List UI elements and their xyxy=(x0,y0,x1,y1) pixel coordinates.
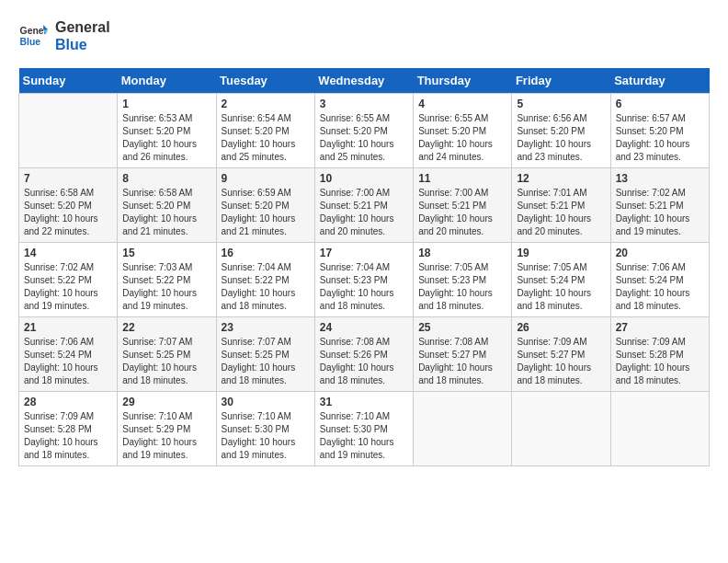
day-info: Sunrise: 7:07 AMSunset: 5:25 PMDaylight:… xyxy=(122,336,210,387)
calendar-week-row: 28Sunrise: 7:09 AMSunset: 5:28 PMDayligh… xyxy=(19,392,710,466)
calendar-cell: 2Sunrise: 6:54 AMSunset: 5:20 PMDaylight… xyxy=(216,94,314,168)
calendar-cell: 15Sunrise: 7:03 AMSunset: 5:22 PMDayligh… xyxy=(118,243,216,317)
day-number: 16 xyxy=(222,247,310,259)
day-number: 4 xyxy=(418,98,506,110)
calendar-cell: 11Sunrise: 7:00 AMSunset: 5:21 PMDayligh… xyxy=(414,168,512,243)
calendar-cell: 6Sunrise: 6:57 AMSunset: 5:20 PMDaylight… xyxy=(610,94,709,168)
calendar-cell: 28Sunrise: 7:09 AMSunset: 5:28 PMDayligh… xyxy=(19,392,118,466)
day-number: 23 xyxy=(222,321,310,334)
calendar-table: SundayMondayTuesdayWednesdayThursdayFrid… xyxy=(18,68,710,466)
day-info: Sunrise: 6:58 AMSunset: 5:20 PMDaylight:… xyxy=(24,187,112,238)
day-info: Sunrise: 7:10 AMSunset: 5:29 PMDaylight:… xyxy=(122,410,210,462)
day-info: Sunrise: 7:04 AMSunset: 5:22 PMDaylight:… xyxy=(222,261,310,313)
day-header-saturday: Saturday xyxy=(610,68,709,94)
day-number: 26 xyxy=(517,321,605,334)
day-number: 22 xyxy=(122,321,210,334)
day-number: 13 xyxy=(616,172,704,185)
day-info: Sunrise: 6:55 AMSunset: 5:20 PMDaylight:… xyxy=(320,112,408,164)
day-info: Sunrise: 6:58 AMSunset: 5:20 PMDaylight:… xyxy=(122,187,210,238)
day-header-tuesday: Tuesday xyxy=(216,68,314,94)
day-info: Sunrise: 7:07 AMSunset: 5:25 PMDaylight:… xyxy=(222,336,310,387)
day-number: 24 xyxy=(320,321,408,334)
day-number: 14 xyxy=(24,247,112,259)
calendar-cell: 26Sunrise: 7:09 AMSunset: 5:27 PMDayligh… xyxy=(512,317,610,392)
calendar-cell: 24Sunrise: 7:08 AMSunset: 5:26 PMDayligh… xyxy=(314,317,413,392)
day-info: Sunrise: 7:09 AMSunset: 5:27 PMDaylight:… xyxy=(517,336,605,387)
calendar-cell: 16Sunrise: 7:04 AMSunset: 5:22 PMDayligh… xyxy=(216,243,314,317)
day-number: 21 xyxy=(24,321,112,334)
calendar-cell: 20Sunrise: 7:06 AMSunset: 5:24 PMDayligh… xyxy=(610,243,709,317)
day-info: Sunrise: 7:06 AMSunset: 5:24 PMDaylight:… xyxy=(24,336,112,387)
calendar-cell: 3Sunrise: 6:55 AMSunset: 5:20 PMDaylight… xyxy=(314,94,413,168)
day-number: 6 xyxy=(616,98,704,110)
day-info: Sunrise: 7:09 AMSunset: 5:28 PMDaylight:… xyxy=(616,336,704,387)
day-number: 10 xyxy=(320,172,408,185)
day-header-thursday: Thursday xyxy=(414,68,512,94)
logo: General Blue General Blue xyxy=(18,18,110,53)
day-info: Sunrise: 6:56 AMSunset: 5:20 PMDaylight:… xyxy=(517,112,605,164)
calendar-header-row: SundayMondayTuesdayWednesdayThursdayFrid… xyxy=(19,68,710,94)
calendar-cell: 19Sunrise: 7:05 AMSunset: 5:24 PMDayligh… xyxy=(512,243,610,317)
calendar-cell: 17Sunrise: 7:04 AMSunset: 5:23 PMDayligh… xyxy=(314,243,413,317)
day-info: Sunrise: 7:10 AMSunset: 5:30 PMDaylight:… xyxy=(222,410,310,462)
day-info: Sunrise: 7:05 AMSunset: 5:24 PMDaylight:… xyxy=(517,261,605,313)
day-info: Sunrise: 7:08 AMSunset: 5:26 PMDaylight:… xyxy=(320,336,408,387)
day-info: Sunrise: 7:02 AMSunset: 5:21 PMDaylight:… xyxy=(616,187,704,238)
calendar-cell: 8Sunrise: 6:58 AMSunset: 5:20 PMDaylight… xyxy=(118,168,216,243)
day-info: Sunrise: 7:09 AMSunset: 5:28 PMDaylight:… xyxy=(24,410,112,462)
day-number: 3 xyxy=(320,98,408,110)
calendar-cell: 13Sunrise: 7:02 AMSunset: 5:21 PMDayligh… xyxy=(610,168,709,243)
day-number: 7 xyxy=(24,172,112,185)
calendar-cell: 12Sunrise: 7:01 AMSunset: 5:21 PMDayligh… xyxy=(512,168,610,243)
calendar-week-row: 14Sunrise: 7:02 AMSunset: 5:22 PMDayligh… xyxy=(19,243,710,317)
day-info: Sunrise: 7:01 AMSunset: 5:21 PMDaylight:… xyxy=(517,187,605,238)
calendar-cell: 4Sunrise: 6:55 AMSunset: 5:20 PMDaylight… xyxy=(414,94,512,168)
day-number: 27 xyxy=(616,321,704,334)
day-info: Sunrise: 6:55 AMSunset: 5:20 PMDaylight:… xyxy=(418,112,506,164)
day-info: Sunrise: 7:10 AMSunset: 5:30 PMDaylight:… xyxy=(320,410,408,462)
page-header: General Blue General Blue xyxy=(18,18,710,53)
day-number: 12 xyxy=(517,172,605,185)
day-number: 5 xyxy=(517,98,605,110)
calendar-cell: 9Sunrise: 6:59 AMSunset: 5:20 PMDaylight… xyxy=(216,168,314,243)
day-info: Sunrise: 7:03 AMSunset: 5:22 PMDaylight:… xyxy=(122,261,210,313)
day-number: 2 xyxy=(222,98,310,110)
calendar-cell: 5Sunrise: 6:56 AMSunset: 5:20 PMDaylight… xyxy=(512,94,610,168)
day-number: 11 xyxy=(418,172,506,185)
day-info: Sunrise: 7:00 AMSunset: 5:21 PMDaylight:… xyxy=(320,187,408,238)
calendar-week-row: 7Sunrise: 6:58 AMSunset: 5:20 PMDaylight… xyxy=(19,168,710,243)
day-number: 20 xyxy=(616,247,704,259)
day-info: Sunrise: 6:54 AMSunset: 5:20 PMDaylight:… xyxy=(222,112,310,164)
day-info: Sunrise: 7:08 AMSunset: 5:27 PMDaylight:… xyxy=(418,336,506,387)
day-number: 28 xyxy=(24,396,112,408)
calendar-cell: 18Sunrise: 7:05 AMSunset: 5:23 PMDayligh… xyxy=(414,243,512,317)
day-number: 30 xyxy=(222,396,310,408)
calendar-cell: 14Sunrise: 7:02 AMSunset: 5:22 PMDayligh… xyxy=(19,243,118,317)
day-info: Sunrise: 6:57 AMSunset: 5:20 PMDaylight:… xyxy=(616,112,704,164)
day-number: 19 xyxy=(517,247,605,259)
calendar-cell: 30Sunrise: 7:10 AMSunset: 5:30 PMDayligh… xyxy=(216,392,314,466)
day-number: 31 xyxy=(320,396,408,408)
calendar-cell xyxy=(610,392,709,466)
day-info: Sunrise: 7:02 AMSunset: 5:22 PMDaylight:… xyxy=(24,261,112,313)
calendar-cell: 31Sunrise: 7:10 AMSunset: 5:30 PMDayligh… xyxy=(314,392,413,466)
logo-text: General Blue xyxy=(55,18,110,53)
day-info: Sunrise: 7:04 AMSunset: 5:23 PMDaylight:… xyxy=(320,261,408,313)
calendar-cell: 22Sunrise: 7:07 AMSunset: 5:25 PMDayligh… xyxy=(118,317,216,392)
day-header-friday: Friday xyxy=(512,68,610,94)
day-number: 18 xyxy=(418,247,506,259)
calendar-cell xyxy=(414,392,512,466)
day-header-monday: Monday xyxy=(118,68,216,94)
calendar-cell: 27Sunrise: 7:09 AMSunset: 5:28 PMDayligh… xyxy=(610,317,709,392)
calendar-cell: 10Sunrise: 7:00 AMSunset: 5:21 PMDayligh… xyxy=(314,168,413,243)
day-info: Sunrise: 7:06 AMSunset: 5:24 PMDaylight:… xyxy=(616,261,704,313)
calendar-cell: 7Sunrise: 6:58 AMSunset: 5:20 PMDaylight… xyxy=(19,168,118,243)
calendar-cell: 23Sunrise: 7:07 AMSunset: 5:25 PMDayligh… xyxy=(216,317,314,392)
calendar-cell: 25Sunrise: 7:08 AMSunset: 5:27 PMDayligh… xyxy=(414,317,512,392)
calendar-cell xyxy=(512,392,610,466)
calendar-cell: 29Sunrise: 7:10 AMSunset: 5:29 PMDayligh… xyxy=(118,392,216,466)
logo-icon: General Blue xyxy=(18,21,48,51)
day-number: 1 xyxy=(122,98,210,110)
day-number: 25 xyxy=(418,321,506,334)
calendar-cell: 1Sunrise: 6:53 AMSunset: 5:20 PMDaylight… xyxy=(118,94,216,168)
